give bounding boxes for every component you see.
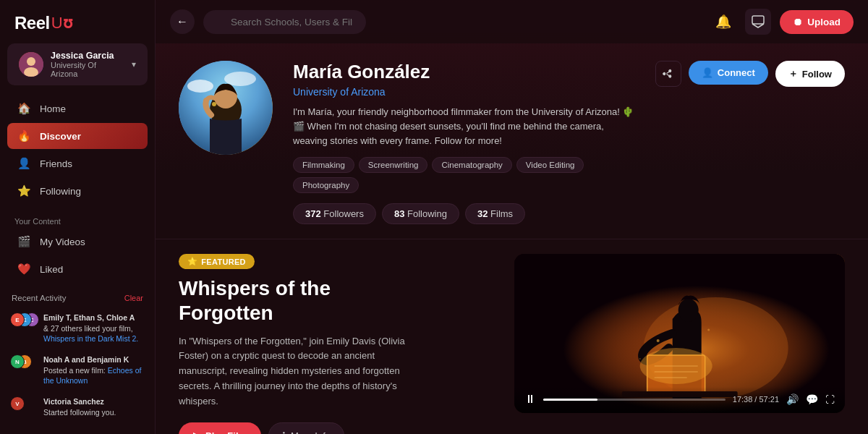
activity-link[interactable]: Whispers in the Dark Mist 2. bbox=[43, 334, 138, 343]
user-info: Jessica Garcia University Of Arizona bbox=[51, 51, 124, 78]
star-icon: ⭐ bbox=[17, 184, 31, 197]
tag: Photography bbox=[293, 177, 359, 193]
films-stat: 32 Films bbox=[465, 203, 525, 224]
user-name: Jessica Garcia bbox=[51, 51, 124, 61]
profile-tags: Filmmaking Screenwriting Cinematography … bbox=[293, 157, 635, 193]
sidebar-item-liked[interactable]: ❤️ Liked bbox=[7, 256, 148, 282]
activity-avatars: N B bbox=[10, 354, 38, 375]
featured-title-text: Whispers of theForgotten bbox=[179, 277, 331, 324]
svg-point-1 bbox=[27, 57, 35, 66]
featured-section: ⭐ FEATURED Whispers of theForgotten In "… bbox=[156, 239, 868, 434]
featured-description: In "Whispers of the Forgotten," join Emi… bbox=[179, 334, 425, 409]
films-label: Films bbox=[490, 208, 513, 219]
activity-text: Noah A and Benjamin K Posted a new film:… bbox=[43, 354, 145, 386]
sidebar-item-my-videos[interactable]: 🎬 My Videos bbox=[7, 229, 148, 255]
home-icon: 🏠 bbox=[17, 102, 31, 115]
tag: Cinematography bbox=[432, 157, 511, 173]
connect-icon: 👤 bbox=[702, 67, 713, 78]
chat-button[interactable]: 💬 bbox=[806, 393, 818, 405]
more-info-button[interactable]: ℹ More Info bbox=[268, 422, 344, 434]
recent-activity-header: Recent Activity Clear bbox=[7, 291, 148, 308]
profile-avatar bbox=[179, 61, 273, 155]
fullscreen-button[interactable]: ⛶ bbox=[825, 394, 835, 405]
svg-point-21 bbox=[656, 339, 659, 342]
user-school: University Of Arizona bbox=[51, 61, 124, 78]
user-card[interactable]: Jessica Garcia University Of Arizona ▾ bbox=[7, 43, 148, 85]
profile-section: María González University of Arizona I'm… bbox=[156, 43, 868, 239]
main-content: ← 🔍 🔔 ⏺ Upload bbox=[156, 0, 868, 434]
avatar bbox=[19, 52, 43, 77]
logo-text: Reel bbox=[14, 13, 50, 33]
progress-bar[interactable] bbox=[543, 399, 726, 401]
person-icon: 👤 bbox=[17, 157, 31, 170]
featured-info: ⭐ FEATURED Whispers of theForgotten In "… bbox=[179, 254, 494, 434]
featured-label: FEATURED bbox=[201, 258, 245, 266]
svg-point-5 bbox=[187, 80, 213, 93]
activity-text: Victoria Sanchez Started following you. bbox=[43, 396, 116, 417]
featured-title: Whispers of theForgotten bbox=[179, 276, 494, 325]
current-time: 17:38 bbox=[733, 395, 753, 404]
profile-bio: I'm María, your friendly neighborhood fi… bbox=[293, 105, 635, 148]
logo-icon: U bbox=[51, 14, 63, 33]
svg-point-23 bbox=[639, 358, 640, 359]
activity-description: & 27 others liked your film, bbox=[43, 324, 133, 333]
video-player[interactable]: ⏸ 17:38 / 57:21 🔊 💬 ⛶ bbox=[514, 254, 845, 413]
logo: Reel U ʊ bbox=[0, 0, 155, 43]
svg-point-6 bbox=[224, 72, 256, 86]
tag: Filmmaking bbox=[293, 157, 354, 173]
followers-label: Followers bbox=[323, 208, 364, 219]
info-label: More Info bbox=[291, 430, 331, 434]
pause-button[interactable]: ⏸ bbox=[524, 393, 536, 406]
followers-count: 372 bbox=[305, 208, 321, 219]
activity-names: Noah A and Benjamin K bbox=[43, 355, 129, 364]
play-icon: ▶ bbox=[193, 430, 200, 434]
sidebar-item-home[interactable]: 🏠 Home bbox=[7, 95, 148, 122]
follow-button[interactable]: ＋ Follow bbox=[775, 61, 845, 87]
sidebar-item-following[interactable]: ⭐ Following bbox=[7, 178, 148, 204]
sidebar-item-label: Discover bbox=[40, 131, 81, 142]
films-count: 32 bbox=[477, 208, 488, 219]
profile-name: María González bbox=[293, 61, 635, 83]
sidebar-item-label: Following bbox=[40, 186, 81, 197]
upload-icon: ⏺ bbox=[793, 17, 803, 27]
your-content-label: Your Content bbox=[7, 211, 148, 229]
profile-school: University of Arizona bbox=[293, 86, 635, 98]
svg-rect-3 bbox=[752, 16, 764, 24]
followers-stat: 372 Followers bbox=[293, 203, 376, 224]
main-nav: 🏠 Home 🔥 Discover 👤 Friends ⭐ Following bbox=[0, 95, 155, 205]
sidebar-item-friends[interactable]: 👤 Friends bbox=[7, 150, 148, 176]
play-label: Play Film bbox=[205, 430, 247, 434]
upload-label: Upload bbox=[807, 17, 841, 27]
connect-label: Connect bbox=[718, 67, 755, 78]
profile-stats: 372 Followers 83 Following 32 Films bbox=[293, 203, 635, 224]
upload-button[interactable]: ⏺ Upload bbox=[780, 10, 854, 34]
activity-avatars: V bbox=[10, 396, 38, 417]
list-item: N B Noah A and Benjamin K Posted a new f… bbox=[7, 350, 148, 391]
connect-button[interactable]: 👤 Connect bbox=[689, 61, 768, 85]
time-display: 17:38 / 57:21 bbox=[733, 395, 779, 404]
clear-button[interactable]: Clear bbox=[124, 294, 143, 302]
topbar: ← 🔍 🔔 ⏺ Upload bbox=[156, 0, 868, 43]
messages-button[interactable] bbox=[745, 9, 771, 35]
tag: Screenwriting bbox=[359, 157, 428, 173]
following-label: Following bbox=[407, 208, 447, 219]
share-button[interactable] bbox=[655, 61, 681, 87]
svg-point-22 bbox=[707, 329, 710, 331]
search-input[interactable] bbox=[203, 10, 366, 34]
fire-icon: 🔥 bbox=[17, 129, 31, 142]
video-icon: 🎬 bbox=[17, 235, 31, 248]
sidebar-item-discover[interactable]: 🔥 Discover bbox=[7, 123, 148, 149]
tag: Video Editing bbox=[516, 157, 584, 173]
avatar: V bbox=[10, 396, 25, 411]
star-icon: ⭐ bbox=[187, 257, 197, 266]
info-icon: ℹ bbox=[282, 430, 286, 434]
back-button[interactable]: ← bbox=[170, 9, 195, 34]
notifications-button[interactable]: 🔔 bbox=[710, 9, 736, 35]
activity-avatars: E E C bbox=[10, 312, 38, 333]
play-film-button[interactable]: ▶ Play Film bbox=[179, 422, 261, 434]
volume-button[interactable]: 🔊 bbox=[786, 393, 799, 405]
list-item: E E C Emily T, Ethan S, Chloe A & 27 oth… bbox=[7, 308, 148, 349]
chevron-down-icon[interactable]: ▾ bbox=[132, 59, 136, 69]
sidebar: Reel U ʊ Jessica Garcia University Of Ar… bbox=[0, 0, 156, 434]
following-stat: 83 Following bbox=[382, 203, 459, 224]
